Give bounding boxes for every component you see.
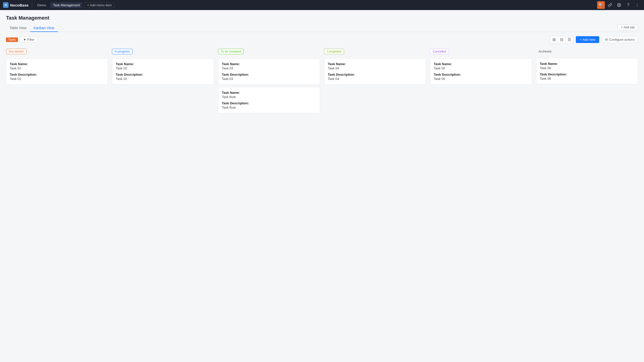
task-desc-value: Task 04: [328, 77, 422, 81]
card-to-be-reviewed-0[interactable]: Task Name: Task 03 Task Description: Tas…: [218, 58, 320, 84]
task-name-value: Task 01: [10, 66, 104, 70]
status-badge-completed: Completed: [324, 49, 344, 54]
card-archived-0[interactable]: Task Name: Task 06 Task Description: Tas…: [536, 58, 638, 84]
column-header-in-progress: In progress: [112, 47, 214, 56]
column-header-completed: Completed: [324, 47, 426, 56]
column-archived: Archived Task Name: Task 06 Task Descrip…: [536, 47, 638, 113]
task-name-value: Task 06: [540, 66, 634, 70]
add-new-button[interactable]: + Add new: [576, 36, 599, 43]
kanban-board: Not started Task Name: Task 01 Task Desc…: [6, 47, 638, 117]
status-badge-archived: Archived: [536, 49, 554, 54]
toolbar: Tasks ▼ Filter ⊞ ⊟ ☰ + Add new ⚙ Configu…: [6, 36, 638, 43]
nav-item-task-management[interactable]: Task Management: [51, 2, 82, 8]
column-to-be-reviewed: To be reviewed Task Name: Task 03 Task D…: [218, 47, 320, 113]
view-tabs: Table View Kanban View + Add tab: [6, 24, 638, 32]
filter-label: Filter: [27, 38, 35, 41]
brand-icon: N: [3, 2, 9, 8]
configure-icon: ⚙: [605, 38, 608, 41]
column-in-progress: In progress Task Name: Task 02 Task Desc…: [112, 47, 214, 113]
status-badge-to-be-reviewed: To be reviewed: [218, 49, 244, 54]
task-name-label: Task Name:: [10, 62, 104, 66]
list-view-icon[interactable]: ⊟: [558, 36, 566, 43]
task-desc-value: Task 01: [10, 77, 104, 81]
task-desc-value: Task 03: [222, 77, 316, 81]
task-name-value: Task 05: [434, 66, 528, 70]
nav-divider-1: [32, 3, 32, 8]
card-completed-0[interactable]: Task Name: Task 04 Task Description: Tas…: [324, 58, 426, 84]
svg-point-0: [619, 5, 620, 6]
brand-name: NocoBase: [10, 3, 28, 7]
help-icon-button[interactable]: ?: [624, 1, 632, 9]
task-desc-value: Task float: [222, 106, 316, 109]
task-name-value: Task 04: [328, 66, 422, 70]
toolbar-left: Tasks ▼ Filter: [6, 36, 38, 43]
task-desc-value: Task 02: [116, 77, 210, 81]
link-icon-button[interactable]: [606, 1, 614, 9]
column-header-cancelled: Cancelled: [430, 47, 532, 56]
task-desc-value: Task 06: [540, 77, 634, 80]
task-name-label: Task Name:: [222, 62, 316, 66]
add-tab-button[interactable]: + Add tab: [618, 24, 638, 30]
filter-button[interactable]: ▼ Filter: [20, 36, 38, 43]
task-desc-label: Task Description:: [222, 73, 316, 76]
add-menu-item-button[interactable]: + Add menu item: [84, 2, 114, 8]
task-name-label: Task Name:: [222, 91, 316, 95]
tasks-badge: Tasks: [6, 37, 18, 42]
main-content: Task Management Table View Kanban View +…: [0, 10, 644, 122]
task-desc-label: Task Description:: [540, 72, 634, 76]
toolbar-right: ⊞ ⊟ ☰ + Add new ⚙ Configure actions: [550, 36, 638, 43]
column-completed: Completed Task Name: Task 04 Task Descri…: [324, 47, 426, 113]
task-name-label: Task Name:: [116, 62, 210, 66]
configure-actions-button[interactable]: ⚙ Configure actions: [602, 36, 638, 43]
tab-table-view[interactable]: Table View: [6, 24, 30, 32]
task-name-value: Task 02: [116, 66, 210, 70]
column-cancelled: Cancelled Task Name: Task 05 Task Descri…: [430, 47, 532, 113]
column-not-started: Not started Task Name: Task 01 Task Desc…: [6, 47, 108, 113]
column-header-to-be-reviewed: To be reviewed: [218, 47, 320, 56]
more-icon-button[interactable]: ⋮: [633, 1, 641, 9]
nav-right-icons: 🔍 ? ⋮: [597, 1, 641, 9]
filter-icon: ▼: [23, 38, 26, 41]
page-title: Task Management: [6, 15, 638, 21]
task-name-label: Task Name:: [540, 62, 634, 66]
task-name-value: Task 03: [222, 66, 316, 70]
task-desc-label: Task Description:: [328, 73, 422, 76]
status-badge-cancelled: Cancelled: [430, 49, 449, 54]
task-desc-label: Task Description:: [116, 73, 210, 76]
task-name-label: Task Name:: [328, 62, 422, 66]
configure-label: Configure actions: [609, 38, 635, 41]
column-header-not-started: Not started: [6, 47, 108, 56]
status-badge-in-progress: In progress: [112, 49, 133, 54]
task-desc-label: Task Description:: [434, 73, 528, 76]
card-cancelled-0[interactable]: Task Name: Task 05 Task Description: Tas…: [430, 58, 532, 84]
card-not-started-0[interactable]: Task Name: Task 01 Task Description: Tas…: [6, 58, 108, 84]
task-name-label: Task Name:: [434, 62, 528, 66]
nav-item-demo[interactable]: Demo: [35, 2, 49, 8]
top-navigation: N NocoBase Demo Task Management + Add me…: [0, 0, 644, 10]
settings-icon-button[interactable]: [615, 1, 623, 9]
search-icon-button[interactable]: 🔍: [597, 1, 605, 9]
column-header-archived: Archived: [536, 47, 638, 56]
table-view-icon[interactable]: ☰: [566, 36, 573, 43]
grid-view-icon[interactable]: ⊞: [550, 36, 558, 43]
card-in-progress-0[interactable]: Task Name: Task 02 Task Description: Tas…: [112, 58, 214, 84]
task-name-value: Task float: [222, 95, 316, 99]
task-desc-label: Task Description:: [222, 101, 316, 105]
tab-kanban-view[interactable]: Kanban View: [30, 24, 58, 32]
status-badge-not-started: Not started: [6, 49, 26, 54]
view-toggle-icons: ⊞ ⊟ ☰: [550, 36, 573, 43]
brand-logo[interactable]: N NocoBase: [3, 2, 28, 8]
card-to-be-reviewed-1[interactable]: Task Name: Task float Task Description: …: [218, 87, 320, 113]
task-desc-value: Task 05: [434, 77, 528, 81]
task-desc-label: Task Description:: [10, 73, 104, 76]
